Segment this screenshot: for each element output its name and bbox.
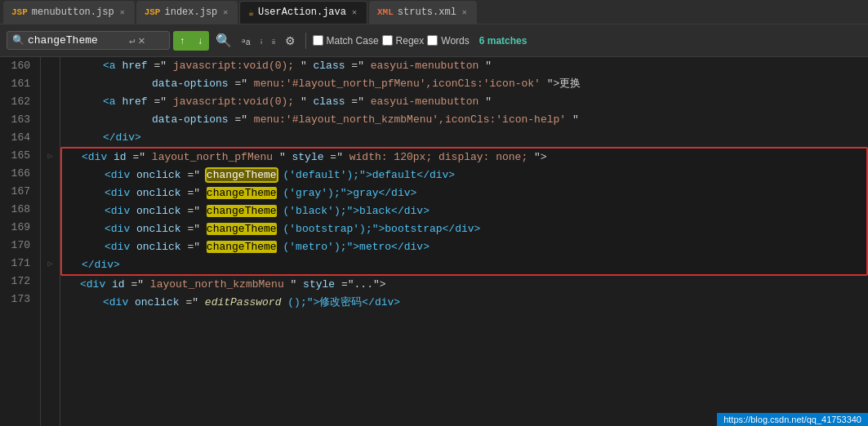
code-line-168: <div onclick =" changeTheme ('black');">… — [62, 202, 866, 220]
match-170: changeTheme — [207, 241, 277, 253]
gutter-164 — [41, 129, 60, 147]
line-num-162: 162 — [7, 93, 33, 111]
search-input-wrap: 🔍 ↵ ✕ — [7, 31, 170, 50]
line-num-166: 166 — [7, 165, 33, 183]
line-num-167: 167 — [7, 183, 33, 201]
clear-icon[interactable]: ✕ — [138, 33, 145, 47]
code-line-163: data-options =" menu:'#layout_north_kzmb… — [60, 111, 868, 129]
tab-bar: JSP menubutton.jsp ✕ JSP index.jsp ✕ ☕ U… — [0, 0, 868, 24]
tab-label: menubutton.jsp — [32, 7, 114, 18]
match-167: changeTheme — [207, 187, 277, 199]
line-num-170: 170 — [7, 237, 33, 255]
code-line-160: <a href =" javascript:void(0); " class =… — [60, 57, 868, 75]
words-text: Words — [441, 35, 469, 47]
divider-1 — [305, 33, 306, 49]
code-line-166: <div onclick =" changeTheme ('default');… — [62, 166, 866, 184]
code-line-167: <div onclick =" changeTheme ('gray');">g… — [62, 184, 866, 202]
status-text: https://blog.csdn.net/qq_41753340 — [723, 415, 861, 424]
line-num-161: 161 — [7, 75, 33, 93]
nav-arrows: ↑ ↓ — [173, 31, 209, 51]
gutter-160 — [41, 57, 60, 75]
find-in-files-button[interactable]: 🔍 — [212, 31, 235, 50]
tab-close-index[interactable]: ✕ — [221, 7, 229, 18]
prev-match-button[interactable]: ↑ — [173, 31, 191, 51]
search-input[interactable] — [28, 34, 126, 47]
code-line-170: <div onclick =" changeTheme ('metro');">… — [62, 238, 866, 256]
code-line-171: </div> — [62, 256, 866, 274]
tool-btn-2[interactable]: ᵢ — [257, 33, 265, 48]
gutter-171: ▷ — [41, 255, 60, 273]
tool-btn-1[interactable]: ₐa — [238, 32, 254, 48]
status-bar: https://blog.csdn.net/qq_41753340 — [717, 413, 868, 426]
gutter-168 — [41, 201, 60, 219]
gutter-172 — [41, 273, 60, 291]
tab-close-useraction[interactable]: ✕ — [350, 7, 358, 18]
tab-menubutton[interactable]: JSP menubutton.jsp ✕ — [3, 1, 135, 24]
line-num-169: 169 — [7, 219, 33, 237]
line-num-173: 173 — [7, 291, 33, 308]
match-169: changeTheme — [207, 223, 277, 235]
gutter-161 — [41, 75, 60, 93]
search-icon: 🔍 — [12, 34, 24, 47]
line-num-165: 165 — [7, 147, 33, 165]
tab-index[interactable]: JSP index.jsp ✕ — [136, 1, 238, 24]
match-count: 6 matches — [479, 35, 527, 47]
editor: 160 161 162 163 164 165 166 167 168 169 … — [0, 57, 868, 426]
java-icon: ☕ — [248, 7, 254, 18]
gutter-169 — [41, 219, 60, 237]
search-bar: 🔍 ↵ ✕ ↑ ↓ 🔍 ₐa ᵢ ᵢᵢ ⚙ Match Case Regex W… — [0, 24, 868, 57]
gutter-166 — [41, 165, 60, 183]
line-num-160: 160 — [7, 57, 33, 75]
code-line-161: data-options =" menu:'#layout_north_pfMe… — [60, 75, 868, 93]
gutter-163 — [41, 111, 60, 129]
tool-btn-3[interactable]: ᵢᵢ — [269, 33, 278, 48]
code-line-165: <div id =" layout_north_pfMenu " style =… — [62, 149, 866, 166]
gutter-162 — [41, 93, 60, 111]
jsp-icon: JSP — [145, 7, 161, 17]
next-match-button[interactable]: ↓ — [191, 31, 209, 51]
gutter-173 — [41, 291, 60, 308]
line-num-171: 171 — [7, 255, 33, 273]
gutter-165: ▷ — [41, 147, 60, 165]
xml-icon: XML — [377, 7, 394, 17]
code-area: <a href =" javascript:void(0); " class =… — [60, 57, 868, 426]
code-line-169: <div onclick =" changeTheme ('bootstrap'… — [62, 220, 866, 238]
tab-label: struts.xml — [398, 7, 456, 18]
match-case-checkbox[interactable] — [313, 35, 323, 46]
words-label[interactable]: Words — [427, 35, 469, 47]
settings-button[interactable]: ⚙ — [282, 33, 299, 49]
gutter-170 — [41, 237, 60, 255]
tab-close-menubutton[interactable]: ✕ — [118, 7, 127, 18]
gutter: ▷ ▷ — [41, 57, 60, 426]
match-case-label[interactable]: Match Case — [313, 35, 379, 47]
match-case-text: Match Case — [327, 35, 379, 47]
tab-label: index.jsp — [164, 7, 217, 18]
match-168: changeTheme — [207, 205, 277, 217]
match-166: changeTheme — [207, 169, 277, 181]
regex-label[interactable]: Regex — [382, 35, 425, 47]
gutter-167 — [41, 183, 60, 201]
highlighted-block: <div id =" layout_north_pfMenu " style =… — [60, 147, 868, 276]
line-num-168: 168 — [7, 201, 33, 219]
regex-text: Regex — [396, 35, 425, 47]
line-num-172: 172 — [7, 273, 33, 291]
line-num-163: 163 — [7, 111, 33, 129]
line-num-164: 164 — [7, 129, 33, 147]
words-checkbox[interactable] — [427, 35, 438, 46]
code-line-172: <div id =" layout_north_kzmbMenu " style… — [60, 276, 868, 294]
tab-close-struts[interactable]: ✕ — [461, 7, 469, 18]
tab-label: UserAction.java — [258, 7, 346, 18]
regex-checkbox[interactable] — [382, 35, 393, 46]
code-line-173: <div onclick =" editPassword ();">修改密码</… — [60, 294, 868, 312]
line-numbers: 160 161 162 163 164 165 166 167 168 169 … — [0, 57, 41, 426]
enter-icon: ↵ — [129, 34, 135, 47]
code-line-164: </div> — [60, 129, 868, 147]
tab-struts[interactable]: XML struts.xml ✕ — [369, 1, 477, 24]
code-line-162: <a href =" javascript:void(0); " class =… — [60, 93, 868, 111]
tab-useraction[interactable]: ☕ UserAction.java ✕ — [239, 1, 367, 24]
jsp-icon: JSP — [11, 7, 28, 17]
